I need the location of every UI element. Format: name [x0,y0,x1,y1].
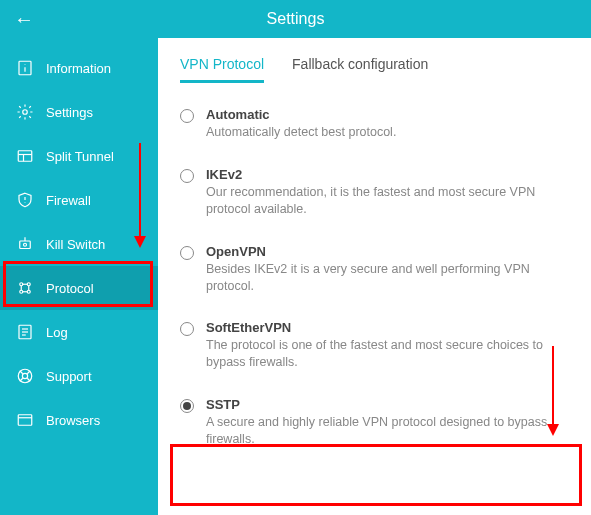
sidebar-item-label: Kill Switch [46,237,105,252]
protocol-icon [16,279,34,297]
sidebar-item-browsers[interactable]: Browsers [0,398,158,442]
sidebar-item-kill-switch[interactable]: Kill Switch [0,222,158,266]
svg-line-28 [20,378,23,381]
svg-rect-9 [20,241,31,249]
option-title: SSTP [206,397,569,412]
log-icon [16,323,34,341]
svg-point-3 [23,110,28,115]
option-title: IKEv2 [206,167,569,182]
svg-point-10 [24,243,27,246]
back-arrow-icon[interactable]: ← [14,8,34,31]
sidebar-item-information[interactable]: Information [0,46,158,90]
header: ← Settings [0,0,591,38]
option-desc: Besides IKEv2 it is a very secure and we… [206,261,569,295]
option-openvpn[interactable]: OpenVPN Besides IKEv2 it is a very secur… [180,244,569,295]
svg-point-14 [20,290,23,293]
svg-rect-30 [18,415,32,426]
tab-fallback-configuration[interactable]: Fallback configuration [292,56,428,83]
sidebar: Information Settings Split Tunnel Firewa… [0,38,158,515]
sidebar-item-log[interactable]: Log [0,310,158,354]
option-desc: Automatically detect best protocol. [206,124,569,141]
svg-point-12 [20,283,23,286]
shield-icon [16,191,34,209]
svg-point-13 [27,283,30,286]
page-title: Settings [0,10,591,28]
svg-point-15 [27,290,30,293]
radio-openvpn[interactable] [180,246,194,260]
sidebar-item-label: Firewall [46,193,91,208]
svg-point-25 [22,373,27,378]
option-sstp[interactable]: SSTP A secure and highly reliable VPN pr… [180,397,569,448]
svg-rect-4 [18,151,32,162]
main-panel: VPN Protocol Fallback configuration Auto… [158,38,591,515]
sidebar-item-support[interactable]: Support [0,354,158,398]
tab-vpn-protocol[interactable]: VPN Protocol [180,56,264,83]
sidebar-item-label: Protocol [46,281,94,296]
option-desc: Our recommendation, it is the fastest an… [206,184,569,218]
svg-line-29 [27,371,30,374]
option-desc: The protocol is one of the fastest and m… [206,337,569,371]
svg-line-27 [27,378,30,381]
option-automatic[interactable]: Automatic Automatically detect best prot… [180,107,569,141]
sidebar-item-settings[interactable]: Settings [0,90,158,134]
support-icon [16,367,34,385]
option-softethervpn[interactable]: SoftEtherVPN The protocol is one of the … [180,320,569,371]
option-title: OpenVPN [206,244,569,259]
radio-ikev2[interactable] [180,169,194,183]
gear-icon [16,103,34,121]
option-body: SSTP A secure and highly reliable VPN pr… [206,397,569,448]
sidebar-item-label: Split Tunnel [46,149,114,164]
sidebar-item-firewall[interactable]: Firewall [0,178,158,222]
option-title: SoftEtherVPN [206,320,569,335]
sidebar-item-protocol[interactable]: Protocol [0,266,158,310]
sidebar-item-split-tunnel[interactable]: Split Tunnel [0,134,158,178]
sidebar-item-label: Information [46,61,111,76]
radio-softethervpn[interactable] [180,322,194,336]
sidebar-item-label: Support [46,369,92,384]
browsers-icon [16,411,34,429]
information-icon [16,59,34,77]
split-tunnel-icon [16,147,34,165]
content-container: Information Settings Split Tunnel Firewa… [0,38,591,515]
sidebar-item-label: Browsers [46,413,100,428]
radio-automatic[interactable] [180,109,194,123]
option-body: Automatic Automatically detect best prot… [206,107,569,141]
option-body: OpenVPN Besides IKEv2 it is a very secur… [206,244,569,295]
option-ikev2[interactable]: IKEv2 Our recommendation, it is the fast… [180,167,569,218]
kill-switch-icon [16,235,34,253]
svg-line-26 [20,371,23,374]
tabs: VPN Protocol Fallback configuration [180,56,569,83]
sidebar-item-label: Settings [46,105,93,120]
option-body: IKEv2 Our recommendation, it is the fast… [206,167,569,218]
sidebar-item-label: Log [46,325,68,340]
option-body: SoftEtherVPN The protocol is one of the … [206,320,569,371]
option-title: Automatic [206,107,569,122]
radio-sstp[interactable] [180,399,194,413]
option-desc: A secure and highly reliable VPN protoco… [206,414,569,448]
